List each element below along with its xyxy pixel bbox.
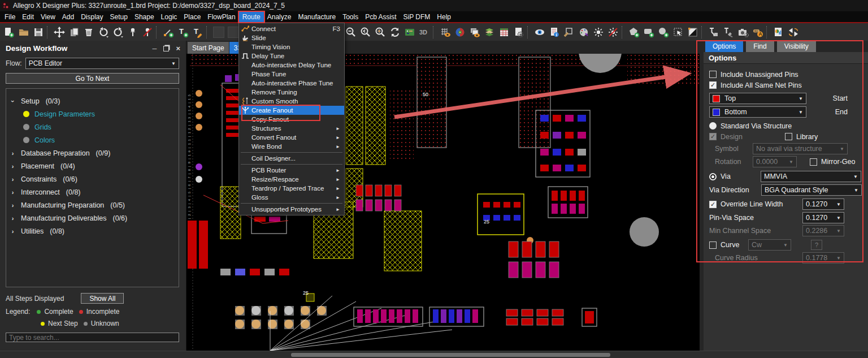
tab-start-page[interactable]: Start Page — [188, 42, 229, 54]
color-dialog-icon[interactable] — [453, 25, 467, 40]
minimize-icon[interactable]: ─ — [153, 45, 157, 52]
menu-item-auto-delay-tune[interactable]: Auto-interactive Delay Tune — [239, 61, 344, 70]
menu-item-pcb-router[interactable]: PCB Router► — [239, 166, 344, 175]
menu-view[interactable]: View — [37, 12, 59, 22]
auto-rename-icon[interactable]: R2A — [750, 25, 765, 40]
zoom-previous-icon[interactable] — [358, 25, 373, 40]
menu-item-create-fanout[interactable]: Create Fanout — [239, 106, 344, 115]
horizontal-scrollbar[interactable] — [291, 353, 610, 357]
show-all-button[interactable]: Show All — [81, 293, 124, 304]
menu-place[interactable]: Place — [180, 12, 204, 22]
include-unassigned-checkbox[interactable] — [709, 71, 717, 78]
select-shape-icon[interactable] — [671, 25, 685, 40]
property-edit-icon[interactable] — [511, 25, 526, 40]
via-direction-select[interactable]: BGA Quadrant Style ▼ — [761, 184, 862, 196]
menu-display[interactable]: Display — [77, 12, 106, 22]
menu-shape[interactable]: Shape — [131, 12, 158, 22]
menu-add[interactable]: Add — [59, 12, 77, 22]
menu-item-resize-respace[interactable]: Resize/Respace► — [239, 175, 344, 184]
tree-item-grids[interactable]: Grids — [10, 120, 175, 133]
menu-item-gloss[interactable]: Gloss► — [239, 193, 344, 202]
menu-edit[interactable]: Edit — [19, 12, 37, 22]
undo-icon[interactable] — [96, 25, 111, 40]
menu-pcb-assist[interactable]: Pcb Assist — [362, 12, 400, 22]
fanout-pin-icon[interactable] — [706, 25, 721, 40]
menu-item-teardrop[interactable]: Teardrop / Tapered Trace► — [239, 184, 344, 193]
redo-icon[interactable] — [111, 25, 125, 40]
tab-visibility[interactable]: Visibility — [777, 41, 816, 52]
display-options-icon[interactable] — [532, 25, 547, 40]
delete-icon[interactable] — [81, 25, 96, 40]
menu-logic[interactable]: Logic — [158, 12, 181, 22]
menu-item-copy-fanout[interactable]: Copy Fanout — [239, 115, 344, 124]
menu-item-custom-smooth[interactable]: Custom Smooth — [239, 97, 344, 106]
design-checkbox[interactable]: ✓ — [709, 133, 717, 140]
add-text-icon[interactable]: T — [176, 25, 190, 40]
pin-via-space-select[interactable]: 0.1270 ▼ — [802, 212, 844, 223]
artwork-icon[interactable] — [576, 25, 591, 40]
tree-item-colors[interactable]: Colors — [10, 133, 175, 146]
tree-item-placement[interactable]: › Placement (0/4) — [10, 159, 175, 172]
menu-item-remove-tuning[interactable]: Remove Tuning — [239, 88, 344, 97]
menu-item-phase-tune[interactable]: Phase Tune — [239, 70, 344, 79]
menu-route[interactable]: Route — [239, 12, 264, 22]
tree-item-design-parameters[interactable]: Design Parameters — [10, 107, 175, 120]
move-icon[interactable] — [52, 25, 67, 40]
menu-setup[interactable]: Setup — [107, 12, 131, 22]
library-checkbox[interactable] — [785, 133, 792, 140]
zoom-fit-icon[interactable] — [373, 25, 388, 40]
zoom-out-icon[interactable] — [344, 25, 358, 40]
invert-window-icon[interactable] — [685, 25, 700, 40]
menu-help[interactable]: Help — [433, 12, 454, 22]
route-tools-icon[interactable] — [721, 25, 736, 40]
3d-canvas-icon[interactable]: 3D — [417, 25, 432, 40]
tree-item-constraints[interactable]: › Constraints (0/6) — [10, 172, 175, 186]
menu-item-wire-bond[interactable]: Wire Bond► — [239, 142, 344, 151]
open-drawing-icon[interactable] — [16, 25, 31, 40]
unpin-icon[interactable] — [140, 25, 155, 40]
menu-flowplan[interactable]: FlowPlan — [204, 12, 238, 22]
obscured-icon[interactable] — [211, 25, 226, 40]
restore-icon[interactable] — [163, 46, 169, 51]
menu-item-timing-vision[interactable]: Timing Vision — [239, 42, 344, 51]
flow-select[interactable]: PCB Editor ▼ — [25, 58, 179, 69]
tree-item-manufacturing-deliverables[interactable]: › Manufacturing Deliverables (0/6) — [10, 212, 175, 225]
edit-text-icon[interactable]: T — [190, 25, 205, 40]
override-line-width-checkbox[interactable]: ✓ — [709, 201, 717, 208]
tree-item-utilities[interactable]: › Utilities (0/8) — [10, 225, 175, 238]
grid-toggle-icon[interactable] — [438, 25, 453, 40]
layer-visibility-icon[interactable] — [467, 25, 482, 40]
menu-sip-dfm[interactable]: SiP DFM — [400, 12, 434, 22]
add-line-icon[interactable] — [161, 25, 176, 40]
menu-file[interactable]: File — [1, 12, 19, 22]
tree-item-interconnect[interactable]: › Interconnect (0/8) — [10, 186, 175, 199]
copy-icon[interactable] — [67, 25, 81, 40]
cross-section-icon[interactable] — [482, 25, 497, 40]
swap-views-icon[interactable] — [786, 25, 801, 40]
start-layer-select[interactable]: Top ▼ — [709, 93, 806, 104]
via-radio[interactable] — [709, 173, 717, 180]
tab-options[interactable]: Options — [705, 41, 743, 52]
menu-manufacture[interactable]: Manufacture — [294, 12, 339, 22]
tree-item-database-preparation[interactable]: › Database Preparation (0/9) — [10, 146, 175, 159]
menu-item-delay-tune[interactable]: Delay Tune — [239, 51, 344, 61]
curve-checkbox[interactable] — [709, 241, 717, 249]
end-layer-select[interactable]: Bottom ▼ — [709, 106, 806, 118]
tree-item-setup[interactable]: › Setup (0/3) — [10, 94, 175, 107]
menu-item-unsupported-prototypes[interactable]: Unsupported Prototypes► — [239, 205, 344, 214]
override-line-width-select[interactable]: 0.1270 ▼ — [802, 199, 844, 210]
redraw-icon[interactable] — [388, 25, 402, 40]
new-drawing-icon[interactable] — [2, 25, 16, 40]
workflow-search-input[interactable] — [6, 333, 179, 342]
menu-item-convert-fanout[interactable]: Convert Fanout► — [239, 133, 344, 142]
menu-item-slide[interactable]: Slide — [239, 33, 344, 42]
tab-find[interactable]: Find — [746, 41, 774, 52]
dehighlight-icon[interactable] — [606, 25, 620, 40]
mirror-geo-checkbox[interactable] — [810, 158, 817, 166]
go-to-next-button[interactable]: Go To Next — [6, 73, 179, 84]
menu-tools[interactable]: Tools — [339, 12, 362, 22]
close-icon[interactable]: × — [176, 44, 180, 53]
add-rectangle-icon[interactable] — [641, 25, 656, 40]
board-view-icon[interactable] — [402, 25, 417, 40]
highlight-icon[interactable] — [591, 25, 606, 40]
